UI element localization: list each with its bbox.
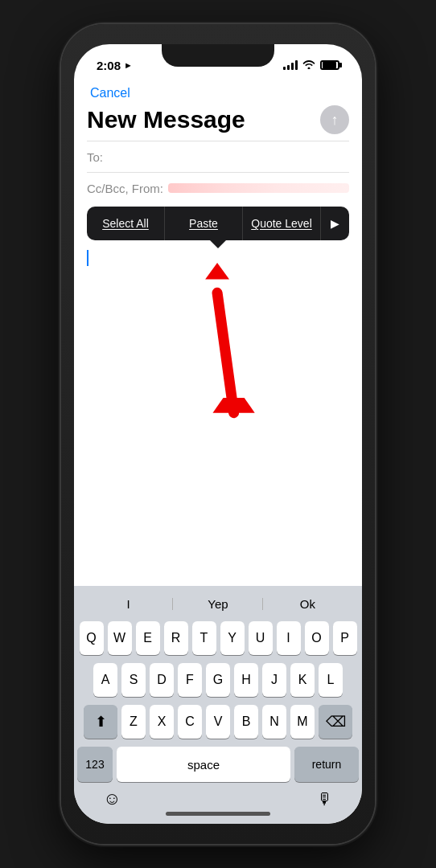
signal-bar-2 (287, 65, 290, 70)
key-r[interactable]: R (164, 621, 188, 655)
email-area: Cancel New Message ↑ To: Cc/Bcc, From: (74, 80, 362, 586)
status-icons (283, 59, 339, 71)
key-d[interactable]: D (150, 663, 174, 697)
email-header: Cancel (74, 80, 362, 100)
notch (162, 44, 274, 67)
location-icon: ► (124, 60, 133, 70)
status-time: 2:08 ► (97, 59, 133, 72)
key-y[interactable]: Y (220, 621, 245, 655)
space-key[interactable]: space (117, 747, 290, 782)
cc-field-row[interactable]: Cc/Bcc, From: (74, 173, 362, 203)
key-p[interactable]: P (333, 621, 357, 655)
cc-label: Cc/Bcc, From: (87, 182, 163, 195)
paste-option[interactable]: Paste (165, 207, 243, 240)
phone-frame: 2:08 ► (61, 24, 375, 844)
wifi-icon (302, 59, 315, 71)
number-key[interactable]: 123 (77, 747, 113, 782)
backspace-key[interactable]: ⌫ (319, 705, 352, 739)
text-cursor (87, 250, 88, 266)
keyboard-row-1: Q W E R T Y U I O P (77, 621, 359, 655)
key-z[interactable]: Z (121, 705, 146, 739)
key-k[interactable]: K (290, 663, 315, 697)
phone-screen: 2:08 ► (74, 44, 362, 824)
keyboard-row-3: ⬆ Z X C V B N M ⌫ (77, 705, 359, 739)
signal-bar-4 (295, 60, 298, 70)
select-all-option[interactable]: Select All (87, 207, 165, 240)
from-email-value (168, 183, 349, 193)
key-f[interactable]: F (178, 663, 202, 697)
home-indicator (166, 812, 270, 816)
svg-marker-3 (212, 398, 254, 413)
signal-bars (283, 60, 298, 70)
key-h[interactable]: H (234, 663, 258, 697)
key-u[interactable]: U (249, 621, 273, 655)
key-s[interactable]: S (121, 663, 146, 697)
email-body[interactable] (74, 240, 362, 586)
key-w[interactable]: W (108, 621, 132, 655)
key-q[interactable]: Q (80, 621, 104, 655)
email-title-row: New Message ↑ (74, 100, 362, 141)
key-c[interactable]: C (178, 705, 202, 739)
to-field-row[interactable]: To: (74, 141, 362, 172)
battery-icon (320, 60, 339, 70)
key-t[interactable]: T (192, 621, 216, 655)
quote-level-option[interactable]: Quote Level (243, 207, 321, 240)
key-v[interactable]: V (206, 705, 230, 739)
key-g[interactable]: G (206, 663, 230, 697)
key-i[interactable]: I (277, 621, 301, 655)
key-x[interactable]: X (150, 705, 174, 739)
key-j[interactable]: J (262, 663, 286, 697)
context-menu-tail (210, 240, 226, 248)
signal-bar-3 (291, 63, 294, 70)
keyboard-suggestions: I Yep Ok (77, 592, 359, 621)
email-title: New Message (87, 106, 245, 133)
emoji-icon[interactable]: ☺ (103, 788, 121, 809)
context-menu: Select All Paste Quote Level ▶ (87, 207, 349, 240)
suggestion-yep[interactable]: Yep (173, 594, 262, 614)
keyboard-row-2: A S D F G H J K L (77, 663, 359, 697)
key-n[interactable]: N (262, 705, 286, 739)
to-label: To: (87, 150, 103, 164)
keyboard: I Yep Ok Q W E R T Y U I O P A S D (74, 586, 362, 824)
suggestion-ok[interactable]: Ok (263, 594, 352, 614)
more-option[interactable]: ▶ (321, 207, 349, 240)
keyboard-row-4: 123 space return (77, 747, 359, 782)
battery-fill (323, 62, 336, 68)
key-m[interactable]: M (290, 705, 315, 739)
key-l[interactable]: L (319, 663, 343, 697)
svg-line-1 (217, 293, 234, 412)
key-e[interactable]: E (136, 621, 160, 655)
key-a[interactable]: A (93, 663, 117, 697)
context-menu-bar: Select All Paste Quote Level ▶ (87, 207, 349, 240)
key-o[interactable]: O (305, 621, 329, 655)
return-key[interactable]: return (294, 747, 359, 782)
cancel-button[interactable]: Cancel (90, 86, 130, 100)
send-button[interactable]: ↑ (320, 105, 349, 134)
microphone-icon[interactable]: 🎙 (317, 790, 333, 809)
key-b[interactable]: B (234, 705, 258, 739)
red-arrow-annotation (74, 240, 362, 465)
svg-marker-2 (205, 263, 229, 280)
shift-key[interactable]: ⬆ (84, 705, 117, 739)
signal-bar-1 (283, 67, 286, 70)
suggestion-i[interactable]: I (84, 594, 173, 614)
